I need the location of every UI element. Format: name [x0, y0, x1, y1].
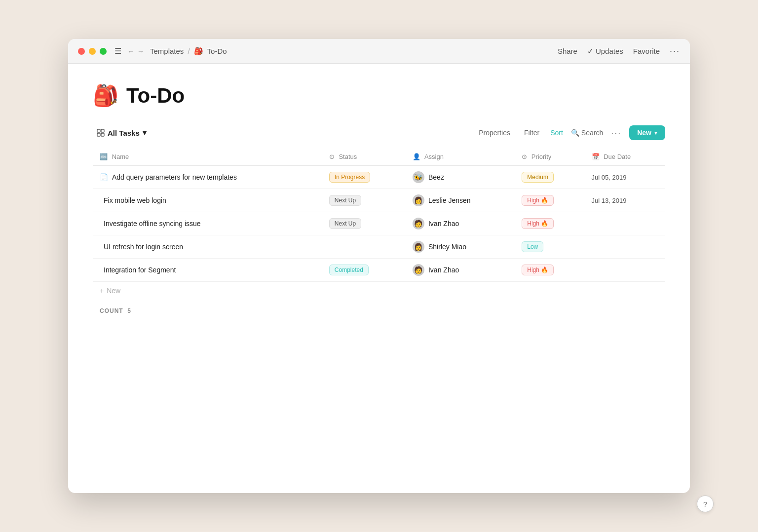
- due-date: Jul 13, 2019: [592, 197, 627, 204]
- add-new-label: New: [107, 287, 120, 295]
- page-title: To-Do: [126, 84, 185, 108]
- share-button[interactable]: Share: [558, 47, 577, 55]
- titlebar: ☰ ← → Templates / 🎒 To-Do Share ✓ Update…: [68, 39, 690, 64]
- search-label: Search: [581, 129, 603, 137]
- more-button[interactable]: ···: [670, 46, 680, 56]
- task-status-cell[interactable]: Next Up: [322, 212, 406, 235]
- task-priority-cell[interactable]: Low: [515, 235, 584, 259]
- circle-icon: ⊙: [329, 153, 335, 160]
- add-new-row[interactable]: + New: [93, 282, 665, 300]
- task-name-cell: Investigate offline syncing issue: [93, 212, 322, 235]
- page-emoji: 🎒: [93, 83, 118, 108]
- task-priority-cell[interactable]: High 🔥: [515, 259, 584, 282]
- nav-arrows: ← →: [127, 47, 144, 55]
- person-icon: 👤: [413, 153, 420, 160]
- check-icon: ✓: [587, 47, 594, 56]
- task-status-cell[interactable]: [322, 235, 406, 259]
- menu-icon[interactable]: ☰: [114, 46, 121, 56]
- priority-badge: Low: [522, 241, 543, 252]
- task-name-cell: Integration for Segment: [93, 259, 322, 282]
- table-header: 🔤 Name ⊙ Status 👤 Assign ⊙ Priority: [93, 148, 665, 166]
- svg-rect-3: [101, 133, 104, 136]
- count-row: COUNT 5: [93, 300, 665, 322]
- breadcrumb-current[interactable]: To-Do: [207, 47, 227, 55]
- task-name-cell: 📄Add query parameters for new templates: [93, 166, 322, 189]
- priority-badge: High 🔥: [522, 218, 554, 229]
- task-assign-cell[interactable]: 🐝Beez: [406, 166, 515, 189]
- svg-rect-2: [97, 133, 100, 136]
- task-assign-cell[interactable]: 👩Shirley Miao: [406, 235, 515, 259]
- count-value: 5: [127, 307, 131, 314]
- filter-button[interactable]: Filter: [521, 127, 542, 139]
- breadcrumb: Templates / 🎒 To-Do: [150, 47, 227, 56]
- fullscreen-button[interactable]: [100, 48, 107, 55]
- task-status-cell[interactable]: Completed: [322, 259, 406, 282]
- traffic-lights: [78, 48, 107, 55]
- status-badge: Completed: [329, 265, 369, 275]
- toolbar-more-button[interactable]: ···: [611, 128, 621, 138]
- close-button[interactable]: [78, 48, 85, 55]
- task-name-text: Integration for Segment: [104, 266, 176, 274]
- sort-button[interactable]: Sort: [550, 129, 563, 137]
- col-priority: ⊙ Priority: [515, 148, 584, 166]
- priority-badge: High 🔥: [522, 265, 554, 275]
- task-name-text: UI refresh for login screen: [104, 243, 183, 251]
- task-due-date-cell: Jul 05, 2019: [585, 166, 665, 189]
- grid-icon: [97, 129, 105, 137]
- calendar-icon: 📅: [592, 153, 600, 160]
- toolbar: All Tasks ▾ Properties Filter Sort 🔍 Sea…: [93, 125, 665, 140]
- table-row[interactable]: Investigate offline syncing issueNext Up…: [93, 212, 665, 235]
- updates-button[interactable]: ✓ Updates: [587, 47, 623, 56]
- assignee-name: Ivan Zhao: [428, 266, 459, 274]
- assignee-name: Beez: [428, 173, 444, 181]
- col-status: ⊙ Status: [322, 148, 406, 166]
- target-icon: ⊙: [522, 153, 527, 160]
- assignee-name: Ivan Zhao: [428, 220, 459, 228]
- table-row[interactable]: Fix mobile web loginNext Up👩Leslie Jense…: [93, 189, 665, 212]
- properties-button[interactable]: Properties: [476, 127, 513, 139]
- breadcrumb-emoji: 🎒: [194, 47, 203, 56]
- chevron-down-icon: ▾: [143, 128, 147, 137]
- updates-label: Updates: [596, 47, 623, 55]
- tasks-table: 🔤 Name ⊙ Status 👤 Assign ⊙ Priority: [93, 148, 665, 282]
- table-row[interactable]: 📄Add query parameters for new templatesI…: [93, 166, 665, 189]
- task-name-text: Add query parameters for new templates: [112, 173, 237, 181]
- task-assign-cell[interactable]: 👩Leslie Jensen: [406, 189, 515, 212]
- task-due-date-cell: [585, 259, 665, 282]
- text-icon: 🔤: [100, 153, 108, 160]
- assignee-name: Shirley Miao: [428, 243, 466, 251]
- minimize-button[interactable]: [89, 48, 96, 55]
- new-button[interactable]: New ▾: [629, 125, 665, 140]
- task-assign-cell[interactable]: 🧑Ivan Zhao: [406, 212, 515, 235]
- task-icon: 📄: [100, 173, 108, 181]
- toolbar-left: All Tasks ▾: [93, 126, 151, 139]
- back-arrow[interactable]: ←: [127, 47, 134, 55]
- favorite-button[interactable]: Favorite: [633, 47, 660, 55]
- breadcrumb-parent[interactable]: Templates: [150, 47, 184, 55]
- table-row[interactable]: UI refresh for login screen👩Shirley Miao…: [93, 235, 665, 259]
- forward-arrow[interactable]: →: [137, 47, 144, 55]
- status-badge: Next Up: [329, 218, 361, 229]
- status-badge: Next Up: [329, 195, 361, 206]
- search-button[interactable]: 🔍 Search: [571, 129, 603, 137]
- task-status-cell[interactable]: Next Up: [322, 189, 406, 212]
- task-due-date-cell: [585, 235, 665, 259]
- task-due-date-cell: [585, 212, 665, 235]
- table-row[interactable]: Integration for SegmentCompleted🧑Ivan Zh…: [93, 259, 665, 282]
- col-due-date: 📅 Due Date: [585, 148, 665, 166]
- all-tasks-button[interactable]: All Tasks ▾: [93, 126, 151, 139]
- task-priority-cell[interactable]: High 🔥: [515, 212, 584, 235]
- task-priority-cell[interactable]: High 🔥: [515, 189, 584, 212]
- assignee-name: Leslie Jensen: [428, 196, 471, 204]
- count-label: COUNT: [100, 307, 123, 314]
- main-content: 🎒 To-Do All Tasks ▾ Properties: [68, 64, 690, 493]
- all-tasks-label: All Tasks: [108, 129, 140, 137]
- avatar: 👩: [413, 194, 424, 206]
- task-assign-cell[interactable]: 🧑Ivan Zhao: [406, 259, 515, 282]
- task-due-date-cell: Jul 13, 2019: [585, 189, 665, 212]
- avatar: 🐝: [413, 171, 424, 183]
- task-priority-cell[interactable]: Medium: [515, 166, 584, 189]
- toolbar-right: Properties Filter Sort 🔍 Search ··· New …: [476, 125, 665, 140]
- help-button[interactable]: ?: [697, 495, 714, 512]
- task-status-cell[interactable]: In Progress: [322, 166, 406, 189]
